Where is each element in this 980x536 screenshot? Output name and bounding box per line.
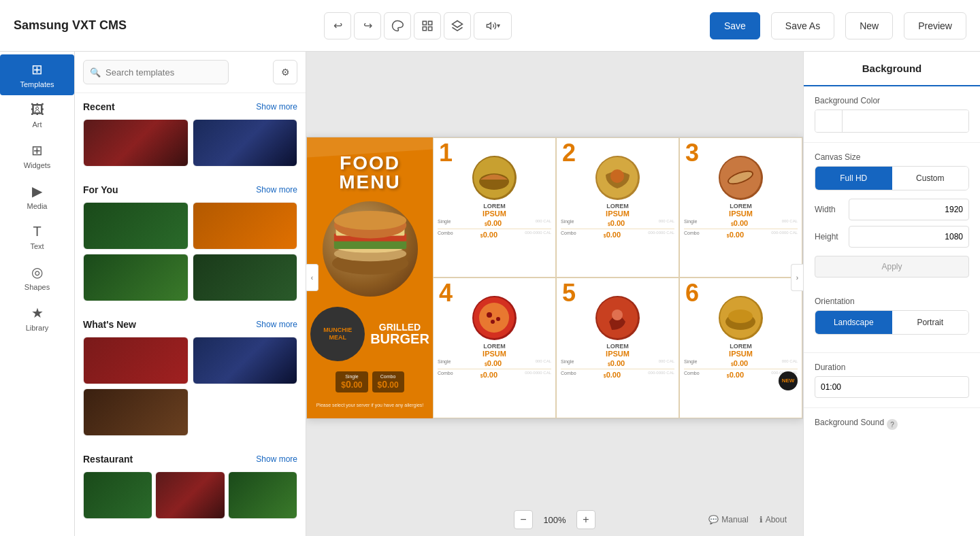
template-thumb[interactable] — [83, 337, 189, 384]
portrait-button[interactable]: Portrait — [892, 311, 969, 334]
layers-button[interactable] — [444, 12, 471, 39]
sidebar-item-art[interactable]: 🖼 Art — [0, 95, 74, 135]
template-thumb[interactable] — [193, 254, 298, 301]
svg-point-22 — [479, 303, 509, 333]
bg-color-label: Background Color — [815, 96, 969, 105]
duration-input[interactable] — [815, 376, 969, 398]
template-thumb[interactable] — [83, 471, 152, 519]
svg-marker-5 — [487, 22, 491, 29]
item-subtitle-5: IPSUM — [606, 350, 630, 358]
grid-button[interactable] — [414, 12, 441, 39]
qsr-section: QSR Show more — [75, 529, 306, 536]
template-thumb[interactable] — [193, 202, 298, 250]
sidebar-item-templates[interactable]: ⊞ Templates — [0, 54, 74, 95]
item-number-6: 6 — [685, 281, 699, 305]
item-image-5 — [595, 296, 640, 340]
sidebar-item-widgets[interactable]: ⊞ Widgets — [0, 135, 74, 176]
landscape-button[interactable]: Landscape — [815, 311, 892, 334]
template-thumb[interactable] — [83, 119, 189, 167]
new-button[interactable]: New — [845, 12, 893, 39]
svg-marker-4 — [453, 20, 463, 27]
sidebar-item-library[interactable]: ★ Library — [0, 298, 74, 339]
zoom-in-button[interactable]: + — [576, 510, 595, 529]
duration-section: Duration — [804, 353, 980, 408]
recent-show-more[interactable]: Show more — [256, 102, 297, 112]
toolbar: ↩ ↪ ▾ — [324, 12, 512, 39]
item-subtitle-4: IPSUM — [483, 350, 506, 358]
menu-item-6: 6 LOREM IPSUM Single $0.00 000 CAL — [679, 278, 802, 418]
color-swatch[interactable] — [815, 110, 843, 132]
item-subtitle-2: IPSUM — [606, 210, 630, 218]
template-thumb[interactable] — [83, 202, 189, 250]
svg-point-24 — [496, 317, 500, 321]
item-subtitle-3: IPSUM — [729, 210, 753, 218]
template-thumb[interactable] — [228, 471, 297, 519]
preview-button[interactable]: Preview — [904, 12, 966, 39]
height-input[interactable] — [849, 226, 969, 248]
redo-button[interactable]: ↪ — [354, 12, 381, 39]
svg-point-17 — [610, 169, 624, 183]
menu-item-4: 4 LOREM IPSUM Single $0.00 000 CAL — [433, 278, 556, 418]
save-as-button[interactable]: Save As — [771, 12, 834, 39]
template-thumb[interactable] — [83, 254, 189, 301]
about-link[interactable]: ℹ About — [760, 515, 787, 524]
menu-left-banner: FOOD MENU — [307, 137, 433, 418]
sidebar-item-media[interactable]: ▶ Media — [0, 176, 74, 217]
template-panel: 🔍 ⚙ Recent Show more For You Show more — [75, 52, 306, 536]
panel-title: Background — [804, 52, 980, 86]
item-image-3 — [719, 156, 763, 200]
collapse-right-button[interactable]: › — [791, 264, 803, 291]
svg-rect-1 — [429, 21, 432, 24]
templates-icon: ⊞ — [31, 61, 43, 78]
item-subtitle-6: IPSUM — [729, 350, 753, 358]
search-input[interactable] — [83, 60, 229, 84]
apply-button[interactable]: Apply — [815, 256, 969, 278]
manual-link[interactable]: 💬 Manual — [708, 515, 748, 524]
help-icon[interactable]: ? — [887, 419, 898, 430]
art-icon: 🖼 — [31, 102, 44, 118]
canvas-container: ‹ FOOD MENU — [306, 52, 803, 503]
template-thumb[interactable] — [193, 119, 298, 167]
burger-text: BURGER — [370, 332, 429, 346]
item-image-4 — [472, 296, 517, 340]
recent-section: Recent Show more — [75, 93, 306, 167]
canvas-size-label: Canvas Size — [815, 152, 969, 162]
zoom-out-button[interactable]: − — [514, 510, 533, 529]
save-button[interactable]: Save — [710, 12, 760, 39]
full-hd-button[interactable]: Full HD — [815, 167, 892, 190]
color-text-field[interactable] — [843, 110, 968, 132]
svg-rect-0 — [423, 21, 427, 24]
item-name-5: LOREM — [606, 343, 629, 350]
whats-new-show-more[interactable]: Show more — [256, 320, 297, 329]
width-label: Width — [815, 205, 849, 214]
for-you-show-more[interactable]: Show more — [256, 185, 297, 195]
sidebar-item-text[interactable]: T Text — [0, 217, 74, 257]
item-name-4: LOREM — [483, 343, 506, 350]
new-badge: NEW — [779, 371, 798, 390]
recent-title: Recent — [83, 101, 115, 112]
template-thumb[interactable] — [193, 337, 298, 384]
width-input[interactable] — [849, 199, 969, 220]
sidebar-item-shapes[interactable]: ◎ Shapes — [0, 257, 74, 298]
color-input[interactable] — [815, 110, 969, 133]
canvas-frame[interactable]: FOOD MENU — [306, 137, 803, 419]
template-thumb[interactable] — [83, 388, 189, 436]
paint-button[interactable] — [384, 12, 411, 39]
restaurant-title: Restaurant — [83, 454, 133, 465]
right-panel: Background Background Color Canvas Size … — [803, 52, 980, 536]
custom-button[interactable]: Custom — [892, 167, 969, 190]
canvas-size-section: Canvas Size Full HD Custom Width Height … — [804, 143, 980, 287]
restaurant-show-more[interactable]: Show more — [256, 454, 297, 464]
search-icon: 🔍 — [90, 67, 101, 78]
filter-button[interactable]: ⚙ — [273, 60, 297, 84]
library-icon: ★ — [31, 305, 44, 321]
menu-item-1: 1 LOREM IPSUM Single $0.00 000 CAL — [433, 137, 556, 278]
template-thumb[interactable] — [155, 471, 225, 519]
text-label: Text — [30, 242, 44, 250]
undo-button[interactable]: ↩ — [324, 12, 351, 39]
zoom-level: 100% — [538, 515, 571, 525]
audio-button[interactable]: ▾ — [474, 12, 512, 39]
item-name-2: LOREM — [606, 203, 629, 210]
burger-image — [323, 201, 418, 297]
collapse-panel-button[interactable]: ‹ — [306, 264, 318, 291]
